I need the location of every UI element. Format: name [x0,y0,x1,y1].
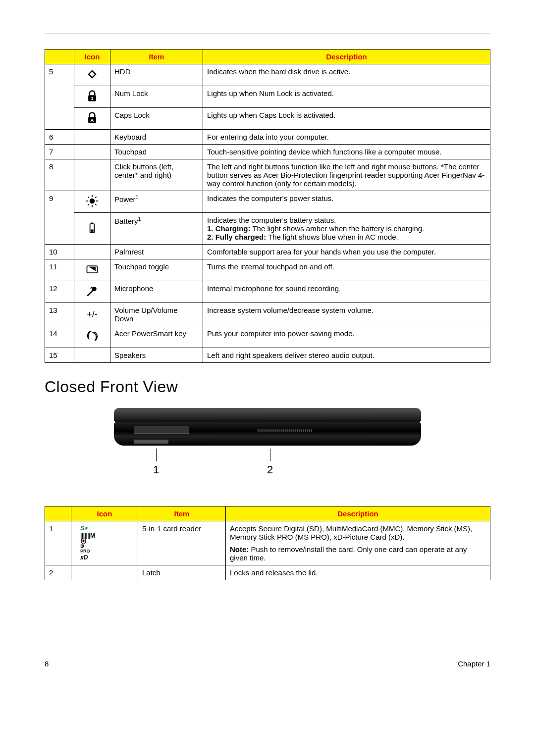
capslock-icon: A [85,111,99,125]
svg-rect-17 [91,230,93,232]
table-row: 13 +/- Volume Up/Volume Down Increase sy… [45,303,490,326]
card-slot [134,426,189,434]
cell-desc: Left and right speakers deliver stereo a… [203,348,490,363]
item-text: Power [114,195,136,203]
cell-num: 2 [45,565,71,580]
laptop-illustration: 1 2 [114,408,421,476]
cell-desc: Indicates the computer's power status. [203,191,490,213]
table-row: 8 Click buttons (left, center* and right… [45,159,490,191]
svg-line-12 [95,204,97,205]
cell-num: 9 [45,191,74,245]
cell-desc: For entering data into your computer. [203,130,490,145]
sd-logo: S≥ [80,525,134,532]
table-row: 6 Keyboard For entering data into your c… [45,130,490,145]
cell-item: Touchpad toggle [110,259,203,281]
table-row: A Caps Lock Lights up when Caps Lock is … [45,108,490,130]
cell-desc: Lights up when Num Lock is activated. [203,86,490,108]
table-row: 12 Microphone Internal microphone for so… [45,281,490,303]
cell-item: Num Lock [110,86,203,108]
cell-icon: +/- [74,303,110,326]
cell-item: Latch [138,565,226,580]
cell-desc: Indicates the computer's battery status.… [203,213,490,245]
table-row: 2 Latch Locks and releases the lid. [45,565,490,580]
cell-item: Touchpad [110,145,203,159]
indicators-table: Icon Item Description 5 HDD Indicates wh… [45,49,490,363]
cell-desc: Puts your computer into power-saving mod… [203,326,490,348]
microphone-icon [85,284,99,298]
th-icon: Icon [71,506,138,521]
cell-item: Click buttons (left, center* and right) [110,159,203,191]
table-row: 14 Acer PowerSmart key Puts your compute… [45,326,490,348]
cell-item: 5-in-1 card reader [138,521,226,565]
cell-item: Keyboard [110,130,203,145]
desc-text: The light shows amber when the battery i… [251,224,425,233]
battery-icon [85,221,99,235]
cell-item: Speakers [110,348,203,363]
svg-line-13 [88,204,89,205]
svg-rect-16 [91,223,93,224]
latch [134,440,168,444]
th-item: Item [138,506,226,521]
touchpad-toggle-icon [85,262,99,276]
cell-desc: Internal microphone for sound recording. [203,281,490,303]
sup: 1 [138,216,141,222]
item-text: Battery [114,217,138,225]
cell-desc: Comfortable support area for your hands … [203,245,490,259]
callout-row: 1 2 [114,449,421,476]
powersmart-icon [85,329,99,343]
cell-desc: Touch-sensitive pointing device which fu… [203,145,490,159]
ms-logo: ⛨ [80,539,134,543]
mspro-text: PRO [80,549,134,554]
laptop-lid [114,408,421,422]
cell-desc: Locks and releases the lid. [226,565,490,580]
cell-num: 6 [45,130,74,145]
svg-text:1: 1 [91,96,94,101]
section-heading: Closed Front View [45,378,490,396]
desc-note: Note: Push to remove/install the card. O… [230,545,486,562]
cell-icon [74,281,110,303]
table-row: Battery1 Indicates the computer's batter… [45,213,490,245]
cell-desc: Increase system volume/decrease system v… [203,303,490,326]
cell-icon [74,191,110,213]
table-row: 1 S≥ |||||||M ⛨ ⛨ PRO xD 5-in-1 card rea… [45,521,490,565]
table-head: Icon Item Description [45,506,490,521]
desc-text: The light shows blue when in AC mode. [266,233,398,241]
cell-icon: S≥ |||||||M ⛨ ⛨ PRO xD [71,521,138,565]
hdd-icon [85,67,99,81]
svg-line-11 [88,197,89,198]
th-desc: Description [226,506,490,521]
cell-icon [74,64,110,86]
th-item: Item [110,50,203,64]
th-num [45,506,71,521]
mmc-logo: |||||||M [80,532,134,539]
card-reader-logos-icon: S≥ |||||||M ⛨ ⛨ PRO xD [75,525,134,561]
power-icon [85,194,99,208]
cell-num: 15 [45,348,74,363]
svg-text:A: A [91,117,94,123]
cell-icon: 1 [74,86,110,108]
vent [258,429,312,432]
cell-num: 10 [45,245,74,259]
cell-item: Volume Up/Volume Down [110,303,203,326]
desc-main: Accepts Secure Digital (SD), MultiMediaC… [230,524,486,541]
svg-line-14 [95,197,97,198]
cell-item: HDD [110,64,203,86]
table-row: 7 Touchpad Touch-sensitive pointing devi… [45,145,490,159]
page-footer: 8 Chapter 1 [45,659,490,668]
svg-line-19 [88,290,93,296]
cell-icon [71,565,138,580]
cell-num: 8 [45,159,74,191]
header-rule [45,34,490,34]
cell-item: Battery1 [110,213,203,245]
cell-item: Acer PowerSmart key [110,326,203,348]
cell-icon [74,348,110,363]
cell-num: 11 [45,259,74,281]
desc-bold: 1. Charging: [207,224,251,233]
callout-line [156,449,157,461]
cell-icon [74,326,110,348]
table-row: 5 HDD Indicates when the hard disk drive… [45,64,490,86]
svg-point-6 [90,199,95,204]
svg-point-20 [92,287,97,291]
mspro-logo: ⛨ PRO [80,544,134,554]
cell-item: Microphone [110,281,203,303]
